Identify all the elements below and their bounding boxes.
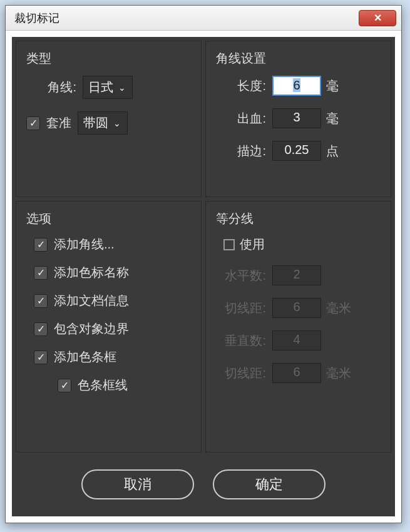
type-panel: 类型 角线: 日式 ⌄ 套准 带圆 ⌄ (16, 41, 202, 197)
add-doc-info-label: 添加文档信息 (54, 292, 129, 309)
stroke-input[interactable]: 0.25 (272, 141, 321, 161)
add-corners-checkbox[interactable] (34, 238, 48, 252)
close-icon: ✕ (374, 12, 382, 24)
close-button[interactable]: ✕ (359, 10, 396, 26)
guides-panel: 等分线 使用 水平数: 2 切线距: 6 毫米 垂直数: 4 切线距: 6 毫米 (205, 201, 391, 453)
add-corners-label: 添加角线... (54, 236, 115, 253)
window-title: 裁切标记 (11, 11, 59, 26)
dialog-body: 类型 角线: 日式 ⌄ 套准 带圆 ⌄ 角线设置 长度: (12, 37, 395, 516)
type-panel-title: 类型 (26, 50, 191, 67)
length-input[interactable]: 6 (272, 76, 321, 96)
add-color-bar-label: 添加色条框 (54, 349, 116, 366)
h-dist-unit: 毫米 (326, 300, 351, 317)
v-count-input[interactable]: 4 (272, 330, 321, 350)
v-dist-input[interactable]: 6 (272, 363, 321, 383)
corner-style-dropdown[interactable]: 日式 ⌄ (83, 76, 133, 99)
corner-style-value: 日式 (88, 79, 113, 96)
bleed-unit: 毫 (326, 110, 339, 127)
h-dist-input[interactable]: 6 (272, 298, 321, 318)
v-count-label: 垂直数: (216, 332, 266, 349)
cancel-button[interactable]: 取消 (81, 469, 194, 499)
titlebar[interactable]: 裁切标记 ✕ (6, 6, 401, 31)
h-dist-label: 切线距: (216, 300, 266, 317)
add-color-names-label: 添加色标名称 (54, 264, 129, 281)
use-guides-label: 使用 (240, 236, 265, 253)
dialog-window: 裁切标记 ✕ 类型 角线: 日式 ⌄ 套准 带圆 ⌄ (5, 5, 402, 523)
options-title: 选项 (26, 210, 191, 227)
color-bar-outline-label: 色条框线 (78, 377, 128, 394)
button-row: 取消 确定 (16, 456, 391, 513)
v-dist-label: 切线距: (216, 365, 266, 382)
ok-button[interactable]: 确定 (213, 469, 325, 499)
registration-style-dropdown[interactable]: 带圆 ⌄ (78, 111, 128, 135)
corner-settings-title: 角线设置 (216, 50, 381, 67)
v-dist-unit: 毫米 (326, 365, 351, 382)
add-color-names-checkbox[interactable] (34, 266, 48, 280)
registration-checkbox[interactable] (26, 116, 40, 130)
registration-value: 带圆 (83, 115, 108, 131)
h-count-label: 水平数: (216, 267, 266, 284)
h-count-input[interactable]: 2 (272, 265, 321, 285)
stroke-unit: 点 (326, 143, 339, 160)
chevron-down-icon: ⌄ (113, 118, 121, 128)
length-unit: 毫 (326, 78, 339, 95)
add-color-bar-checkbox[interactable] (34, 350, 48, 364)
length-label: 长度: (216, 78, 266, 95)
guides-title: 等分线 (216, 210, 381, 227)
options-panel: 选项 添加角线... 添加色标名称 添加文档信息 包含对象边界 添加色条框 色条… (16, 201, 202, 453)
stroke-label: 描边: (216, 143, 266, 160)
bleed-input[interactable]: 3 (272, 108, 321, 128)
bleed-label: 出血: (216, 110, 266, 127)
corner-settings-panel: 角线设置 长度: 6 毫 出血: 3 毫 描边: 0.25 点 (205, 41, 391, 197)
registration-label: 套准 (46, 115, 71, 131)
include-bounds-checkbox[interactable] (34, 322, 48, 336)
corner-label: 角线: (26, 79, 76, 96)
chevron-down-icon: ⌄ (118, 83, 126, 93)
use-guides-checkbox[interactable] (223, 239, 235, 250)
include-bounds-label: 包含对象边界 (54, 320, 129, 337)
add-doc-info-checkbox[interactable] (34, 294, 48, 308)
color-bar-outline-checkbox[interactable] (58, 379, 71, 392)
